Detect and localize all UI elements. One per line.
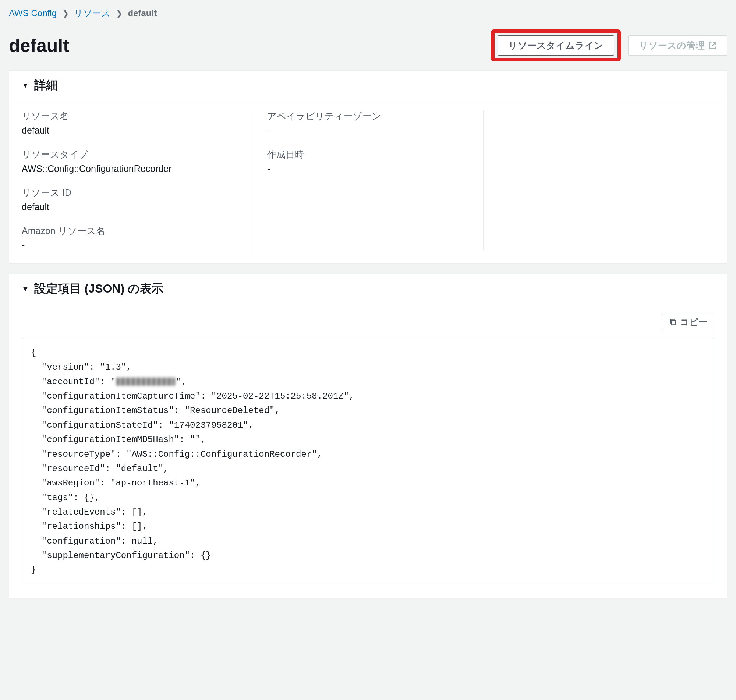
page-title-row: default リソースタイムライン リソースの管理 xyxy=(0,24,736,70)
breadcrumb: AWS Config ❯ リソース ❯ default xyxy=(0,0,736,24)
details-title: 詳細 xyxy=(34,77,58,94)
json-title: 設定項目 (JSON) の表示 xyxy=(34,281,163,297)
arn-label: Amazon リソース名 xyxy=(22,225,237,237)
copy-icon xyxy=(669,318,676,326)
breadcrumb-root-link[interactable]: AWS Config xyxy=(9,8,57,18)
details-header[interactable]: ▼ 詳細 xyxy=(9,71,727,100)
details-col-1: リソース名 default リソースタイプ AWS::Config::Confi… xyxy=(22,110,253,251)
created-value: - xyxy=(267,163,468,174)
json-code-suffix: ", "configurationItemCaptureTime": "2025… xyxy=(31,377,354,575)
resource-type-label: リソースタイプ xyxy=(22,148,237,160)
manage-resource-button[interactable]: リソースの管理 xyxy=(628,35,727,56)
caret-down-icon: ▼ xyxy=(22,285,29,293)
caret-down-icon: ▼ xyxy=(22,81,29,90)
resource-id-value: default xyxy=(22,202,237,212)
az-label: アベイラビリティーゾーン xyxy=(267,110,468,122)
svg-rect-0 xyxy=(671,321,675,325)
details-col-2: アベイラビリティーゾーン - 作成日時 - xyxy=(253,110,483,251)
json-code-block: { "version": "1.3", "accountId": "", "co… xyxy=(22,338,714,585)
resource-name-label: リソース名 xyxy=(22,110,237,122)
json-panel: ▼ 設定項目 (JSON) の表示 コピー { "version": "1.3"… xyxy=(9,274,727,598)
details-panel: ▼ 詳細 リソース名 default リソースタイプ AWS::Config::… xyxy=(9,70,727,263)
chevron-right-icon: ❯ xyxy=(62,9,69,18)
resource-timeline-button[interactable]: リソースタイムライン xyxy=(498,35,614,56)
json-body: コピー { "version": "1.3", "accountId": "",… xyxy=(9,304,727,598)
chevron-right-icon: ❯ xyxy=(116,9,123,18)
created-label: 作成日時 xyxy=(267,148,468,160)
breadcrumb-current: default xyxy=(128,8,157,18)
page-title: default xyxy=(9,35,69,56)
copy-label: コピー xyxy=(680,316,707,328)
details-body: リソース名 default リソースタイプ AWS::Config::Confi… xyxy=(9,100,727,263)
arn-value: - xyxy=(22,240,237,251)
az-value: - xyxy=(267,125,468,136)
copy-button[interactable]: コピー xyxy=(662,313,714,331)
json-header[interactable]: ▼ 設定項目 (JSON) の表示 xyxy=(9,274,727,304)
resource-type-value: AWS::Config::ConfigurationRecorder xyxy=(22,163,237,174)
redacted-account-id xyxy=(116,378,175,386)
breadcrumb-resources-link[interactable]: リソース xyxy=(74,8,110,18)
title-actions: リソースタイムライン リソースの管理 xyxy=(491,29,727,62)
external-link-icon xyxy=(708,41,717,50)
resource-id-label: リソース ID xyxy=(22,187,237,199)
highlight-annotation: リソースタイムライン xyxy=(491,29,621,62)
details-col-3 xyxy=(483,110,714,251)
resource-name-value: default xyxy=(22,125,237,136)
manage-resource-label: リソースの管理 xyxy=(639,40,705,51)
